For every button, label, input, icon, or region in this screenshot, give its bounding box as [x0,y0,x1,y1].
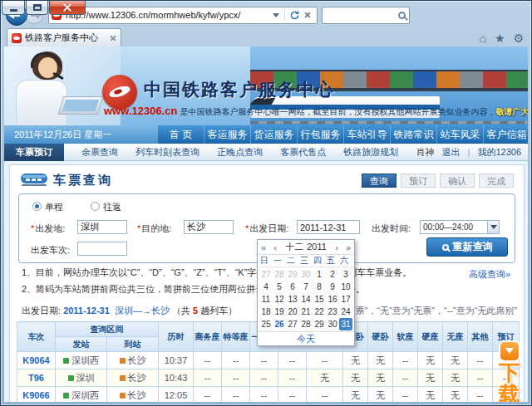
subnav-remaining-tickets[interactable]: 余票查询 [81,144,118,161]
next-month-icon[interactable]: › [331,242,342,252]
tab-railway-service[interactable]: 铁路客户服务中心 [7,28,121,46]
calendar-day[interactable]: 13 [286,293,299,306]
calendar-day[interactable]: 9 [326,281,339,293]
calendar-day[interactable]: 19 [273,306,286,318]
round-trip-radio[interactable] [91,202,100,211]
col-hard-seat: 硬座 [418,322,443,352]
calendar-day[interactable]: 17 [339,293,352,306]
next-year-icon[interactable]: » [342,242,354,252]
calendar-day[interactable]: 4 [259,281,273,293]
search-magnifier-icon [442,244,449,251]
calendar-day[interactable]: 2 [326,268,339,281]
calendar-day-selected[interactable]: 31 [339,318,352,330]
search-box[interactable] [322,7,410,24]
calendar-day[interactable]: 18 [259,306,273,318]
nav-item-station-guide[interactable]: 车站引导 [343,125,390,144]
nav-item-home[interactable]: 首 页 [157,125,204,144]
calendar-day[interactable]: 24 [339,306,352,318]
subnav-agents[interactable]: 客票代售点 [280,144,326,161]
refresh-button[interactable] [288,8,301,22]
tab-close-icon[interactable] [110,35,116,42]
logout-link[interactable]: 退出 [442,144,461,161]
calendar-day[interactable]: 6 [286,281,299,293]
start-station-icon [68,375,74,381]
favorites-icon[interactable]: ★ [495,32,505,45]
train-no-input[interactable] [77,242,127,256]
depart-date-input[interactable] [297,220,360,234]
seat-cell: -- [222,352,250,369]
address-bar[interactable]: http://www.12306.cn/mormhweb/kyfw/ypcx/ [48,7,318,24]
end-station-icon [120,375,126,381]
train-link[interactable]: K9066 [22,390,49,400]
minimize-button[interactable] [2,1,25,15]
arrive-station: 长沙 [128,373,146,383]
seat-cell: 无 [368,387,393,403]
my12306-link[interactable]: 我的12306 [477,144,521,161]
from-input[interactable] [77,220,127,234]
calendar-day[interactable]: 12 [273,293,286,306]
one-way-radio[interactable] [32,202,42,211]
calendar-day[interactable]: 23 [326,306,339,318]
subnav-travel-plan[interactable]: 铁路旅游规划 [343,144,398,161]
nav-item-passenger[interactable]: 客运服务 [204,125,250,144]
advanced-query-link[interactable]: 高级查询» [469,268,510,281]
calendar-day[interactable]: 20 [286,306,299,318]
search-icon[interactable] [398,12,406,19]
user-area: 肖神 退出 | 我的12306 [416,144,521,161]
calendar-day[interactable]: 10 [339,281,352,293]
subnav-timetable[interactable]: 列车时刻表查询 [135,144,200,161]
calendar-day-today[interactable]: 26 [273,318,286,330]
calendar-day[interactable]: 5 [273,281,286,293]
nav-item-station-style[interactable]: 站车风采 [436,125,483,144]
train-link[interactable]: K9064 [22,355,49,365]
calendar-day[interactable]: 29 [313,318,326,330]
calendar-day[interactable]: 7 [299,281,313,293]
calendar-day[interactable]: 15 [313,293,326,306]
calendar-day[interactable]: 25 [259,318,273,330]
close-button[interactable] [49,1,86,15]
nav-item-mailbox[interactable]: 客户信箱 [483,125,528,144]
address-dropdown-icon[interactable] [273,13,279,21]
requery-button[interactable]: 重新查询 [426,237,508,257]
nav-item-luggage[interactable]: 行包服务 [297,125,343,144]
calendar-day[interactable]: 11 [259,293,273,306]
train-link[interactable]: T96 [28,373,44,383]
calendar-day[interactable]: 30 [299,268,313,281]
prev-year-icon[interactable]: « [258,242,269,252]
nav-item-freight[interactable]: 货运服务 [250,125,297,144]
stop-button[interactable] [301,8,314,22]
to-input[interactable] [184,220,234,234]
calendar-today-link[interactable]: 今天 [258,331,354,345]
tab-title: 铁路客户服务中心 [22,32,110,44]
calendar-day[interactable]: 30 [326,318,339,330]
calendar-day[interactable]: 14 [299,293,313,306]
calendar-day[interactable]: 28 [299,318,313,330]
subnav-punctuality[interactable]: 正晚点查询 [217,144,263,161]
username-text: 肖神 [416,144,435,161]
depart-time-select[interactable]: 00:00—24:00 [420,220,500,234]
search-input[interactable] [326,10,398,20]
seat-cell: -- [468,352,493,369]
calendar-day[interactable]: 1 [313,268,326,281]
calendar-day[interactable]: 28 [273,268,286,281]
calendar-day[interactable]: 8 [313,281,326,293]
calendar-day[interactable]: 22 [313,306,326,318]
maximize-button[interactable] [26,1,48,15]
calendar-day[interactable]: 27 [259,268,273,281]
calendar-day[interactable]: 27 [286,318,299,330]
nav-item-knowledge[interactable]: 铁路常识 [390,125,436,144]
tools-gear-icon[interactable]: ⚙ [513,32,524,45]
depart-time-value: 00:00—24:00 [421,223,487,232]
calendar-day[interactable]: 29 [286,268,299,281]
url-text[interactable]: http://www.12306.cn/mormhweb/kyfw/ypcx/ [62,10,270,20]
xiazaiba-watermark: 下 载 吧 [495,342,525,402]
calendar-day[interactable]: 16 [326,293,339,306]
prev-month-icon[interactable]: ‹ [269,242,281,252]
select-dropdown-icon[interactable] [487,221,499,233]
seat-cell: 无 [368,352,393,369]
calendar-day[interactable]: 21 [299,306,313,318]
browser-window: http://www.12306.cn/mormhweb/kyfw/ypcx/ … [0,0,532,406]
subnav-ticket-booking[interactable]: 车票预订 [4,144,64,161]
calendar-day[interactable]: 3 [339,268,352,281]
home-icon[interactable]: ⌂ [479,32,485,45]
